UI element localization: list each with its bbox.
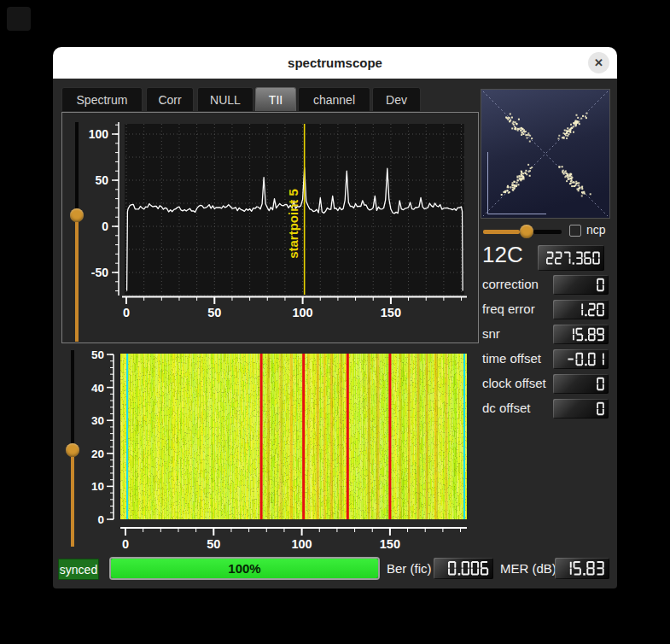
- corr-gain-slider-track-bottom[interactable]: [75, 222, 79, 342]
- freq-error-label: freq error: [482, 302, 535, 316]
- time-offset-label: time offset: [482, 351, 541, 366]
- ncp-checkbox[interactable]: [569, 225, 581, 237]
- constellation-plot: [481, 89, 610, 219]
- svg-text:50: 50: [95, 173, 108, 187]
- clock-offset-label: clock offset: [482, 376, 546, 390]
- channel-label: 12C: [482, 242, 523, 268]
- desktop-icon[interactable]: [7, 7, 31, 31]
- clock-offset-lcd: [553, 374, 609, 394]
- tab-corr[interactable]: Corr: [146, 87, 194, 111]
- tab-dev[interactable]: Dev: [372, 87, 421, 111]
- time-offset-lcd: [553, 349, 609, 369]
- frequency-lcd: [538, 245, 604, 271]
- snr-lcd: [553, 325, 609, 344]
- correlation-chart: 100500-50050100150startpoint 5: [62, 113, 478, 342]
- correlation-panel: 100500-50050100150startpoint 5: [61, 112, 479, 343]
- svg-text:50: 50: [207, 537, 220, 551]
- svg-text:0: 0: [102, 220, 108, 233]
- svg-text:100: 100: [291, 537, 312, 551]
- correction-label: correction: [482, 277, 539, 291]
- desktop: spectrumscope ✕ Spectrum Corr NULL TII c…: [0, 0, 670, 644]
- tab-spectrum[interactable]: Spectrum: [61, 87, 143, 111]
- constellation-slider-track-right[interactable]: [533, 230, 562, 234]
- mer-label: MER (dB): [500, 561, 556, 576]
- constellation-slider-handle[interactable]: [520, 225, 533, 238]
- window-title: spectrumscope: [53, 47, 617, 79]
- spectrumscope-window: spectrumscope ✕ Spectrum Corr NULL TII c…: [53, 47, 617, 588]
- ber-label: Ber (fic): [387, 561, 432, 576]
- window-body: Spectrum Corr NULL TII channel Dev 10050…: [53, 79, 617, 588]
- freq-error-lcd: [553, 300, 609, 319]
- correction-lcd: [553, 275, 609, 295]
- close-icon[interactable]: ✕: [588, 52, 609, 73]
- sync-status-badge: synced: [58, 559, 99, 580]
- tab-null[interactable]: NULL: [197, 87, 253, 111]
- svg-text:50: 50: [91, 348, 104, 361]
- mer-lcd: [555, 558, 609, 579]
- corr-gain-slider-track-top[interactable]: [75, 122, 79, 208]
- svg-text:20: 20: [91, 448, 104, 460]
- progress-bar: 100%: [109, 557, 380, 580]
- svg-text:150: 150: [380, 537, 400, 551]
- svg-text:0: 0: [123, 306, 130, 319]
- dc-offset-label: dc offset: [482, 401, 530, 415]
- corr-gain-slider-handle[interactable]: [70, 208, 84, 222]
- svg-text:100: 100: [89, 127, 109, 141]
- svg-text:150: 150: [381, 306, 401, 319]
- svg-text:100: 100: [292, 306, 312, 319]
- progress-bar-text: 100%: [111, 559, 378, 578]
- svg-text:50: 50: [207, 306, 221, 319]
- dc-offset-lcd: [553, 399, 609, 419]
- ncp-label: ncp: [586, 223, 606, 237]
- ber-lcd: [434, 558, 493, 579]
- svg-text:-50: -50: [91, 266, 108, 279]
- constellation-slider-track-left[interactable]: [483, 230, 520, 234]
- svg-text:0: 0: [122, 537, 129, 551]
- waterfall-gain-slider-handle[interactable]: [66, 443, 79, 457]
- svg-text:30: 30: [91, 414, 104, 427]
- waterfall-gain-slider-track-bottom[interactable]: [71, 457, 74, 547]
- snr-label: snr: [482, 326, 500, 341]
- svg-text:startpoint 5: startpoint 5: [286, 189, 300, 259]
- titlebar[interactable]: spectrumscope ✕: [53, 47, 617, 79]
- svg-text:10: 10: [91, 480, 104, 493]
- svg-text:40: 40: [91, 382, 104, 395]
- waterfall-gain-slider-track-top[interactable]: [71, 350, 74, 443]
- tab-channel[interactable]: channel: [298, 87, 370, 111]
- tab-tii[interactable]: TII: [255, 87, 296, 111]
- svg-text:0: 0: [97, 513, 104, 526]
- waterfall-plot: [120, 354, 467, 519]
